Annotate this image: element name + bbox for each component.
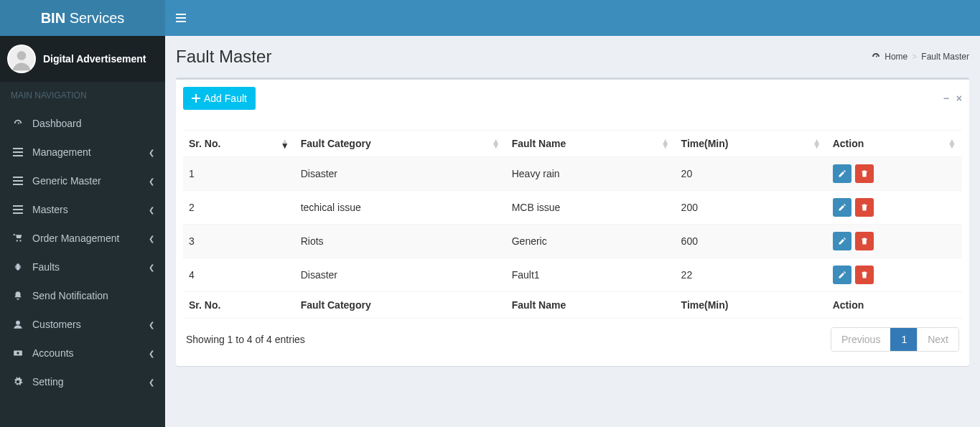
bell-icon (11, 291, 25, 301)
cell-name: Fault1 (506, 258, 676, 292)
edit-button[interactable] (833, 266, 851, 284)
topbar (165, 0, 980, 36)
cell-time: 600 (676, 225, 827, 258)
sidebar-item-label: Faults (32, 261, 60, 273)
sidebar-item-management[interactable]: Management ❮ (0, 138, 165, 166)
brand-bold: BIN (41, 10, 65, 26)
table-row: 2 techical issue MCB issue 200 (183, 191, 962, 225)
pencil-icon (838, 203, 846, 212)
close-icon[interactable]: × (956, 93, 962, 104)
svg-rect-16 (176, 21, 186, 22)
chevron-left-icon: ❮ (149, 378, 154, 386)
sidebar-item-label: Generic Master (32, 175, 101, 187)
add-fault-button[interactable]: Add Fault (183, 87, 256, 110)
page-previous[interactable]: Previous (831, 328, 890, 351)
trash-icon (860, 203, 869, 212)
table-row: 3 Riots Generic 600 (183, 225, 962, 258)
cart-icon (11, 233, 25, 243)
sidebar-item-setting[interactable]: Setting ❮ (0, 367, 165, 396)
cell-action (827, 191, 962, 225)
sidebar-item-order-management[interactable]: Order Management ❮ (0, 224, 165, 253)
svg-rect-5 (13, 177, 23, 178)
svg-point-11 (16, 321, 20, 325)
svg-rect-7 (13, 184, 23, 185)
cell-name: Heavy rain (506, 157, 676, 191)
table-row: 4 Disaster Fault1 22 (183, 258, 962, 292)
cell-time: 20 (676, 157, 827, 191)
sidebar-item-label: Customers (32, 319, 81, 330)
pagination: Previous 1 Next (831, 327, 959, 352)
tachometer-icon (11, 118, 25, 128)
chevron-left-icon: ❮ (149, 149, 154, 156)
sidebar-nav: Dashboard Management ❮ Generic Master ❮ … (0, 109, 165, 396)
foot-sr: Sr. No. (183, 292, 295, 319)
breadcrumb-separator: > (912, 52, 917, 62)
chevron-left-icon: ❮ (149, 235, 154, 243)
trash-icon (860, 237, 869, 245)
chevron-left-icon: ❮ (149, 177, 154, 185)
col-sr[interactable]: Sr. No.▲▼ (183, 131, 295, 157)
collapse-icon[interactable]: − (943, 93, 949, 104)
foot-cat: Fault Category (295, 292, 506, 319)
edit-button[interactable] (833, 232, 851, 250)
svg-rect-6 (13, 180, 23, 182)
sidebar-item-generic-master[interactable]: Generic Master ❮ (0, 166, 165, 195)
breadcrumb-home[interactable]: Home (885, 52, 907, 62)
delete-button[interactable] (855, 198, 874, 217)
pencil-icon (838, 271, 846, 279)
edit-button[interactable] (833, 198, 851, 217)
table-row: 1 Disaster Heavy rain 20 (183, 157, 962, 191)
fault-table: Sr. No.▲▼ Fault Category▲▼ Fault Name▲▼ … (183, 130, 962, 319)
svg-rect-15 (176, 17, 186, 19)
svg-rect-14 (176, 14, 186, 15)
plus-icon (192, 94, 200, 103)
svg-point-13 (17, 352, 19, 355)
cell-cat: Disaster (295, 258, 506, 292)
sidebar-item-dashboard[interactable]: Dashboard (0, 109, 165, 138)
col-cat[interactable]: Fault Category▲▼ (295, 131, 506, 157)
delete-button[interactable] (855, 266, 874, 284)
sort-icon: ▲▼ (281, 139, 289, 148)
sidebar-item-masters[interactable]: Masters ❮ (0, 195, 165, 224)
delete-button[interactable] (855, 232, 874, 250)
cell-name: MCB issue (506, 191, 676, 225)
cell-sr: 2 (183, 191, 295, 225)
trash-icon (860, 169, 869, 178)
sidebar-item-label: Order Management (32, 233, 119, 244)
col-time[interactable]: Time(Min)▲▼ (676, 131, 827, 157)
hamburger-icon[interactable] (176, 13, 186, 23)
sidebar-item-accounts[interactable]: Accounts ❮ (0, 339, 165, 367)
page-next[interactable]: Next (917, 328, 958, 351)
col-name[interactable]: Fault Name▲▼ (506, 131, 676, 157)
edit-button[interactable] (833, 164, 851, 183)
chevron-left-icon: ❮ (149, 321, 154, 329)
gear-icon (11, 377, 25, 387)
cell-action (827, 258, 962, 292)
svg-point-1 (17, 51, 27, 60)
table-info: Showing 1 to 4 of 4 entries (186, 334, 305, 345)
breadcrumb: Home > Fault Master (872, 52, 969, 62)
brand-logo[interactable]: BIN Services (0, 0, 165, 36)
page-1[interactable]: 1 (890, 328, 917, 351)
svg-rect-18 (192, 98, 200, 99)
sidebar-item-customers[interactable]: Customers ❮ (0, 310, 165, 339)
cell-time: 200 (676, 191, 827, 225)
svg-rect-2 (13, 148, 23, 149)
sort-icon: ▲▼ (813, 139, 821, 148)
bars-icon (11, 205, 25, 215)
cell-action (827, 157, 962, 191)
sidebar-item-label: Accounts (32, 347, 74, 359)
sidebar-item-send-notification[interactable]: Send Notification (0, 281, 165, 310)
svg-rect-8 (13, 205, 23, 207)
avatar[interactable] (7, 44, 36, 73)
bug-icon (11, 262, 25, 272)
sidebar-item-faults[interactable]: Faults ❮ (0, 253, 165, 281)
page-title: Fault Master (176, 47, 271, 67)
sidebar: BIN Services Digital Advertisement MAIN … (0, 0, 165, 427)
delete-button[interactable] (855, 164, 874, 183)
cell-name: Generic (506, 225, 676, 258)
sort-icon: ▲▼ (661, 139, 670, 148)
bars-icon (11, 176, 25, 186)
cell-action (827, 225, 962, 258)
cell-cat: Riots (295, 225, 506, 258)
